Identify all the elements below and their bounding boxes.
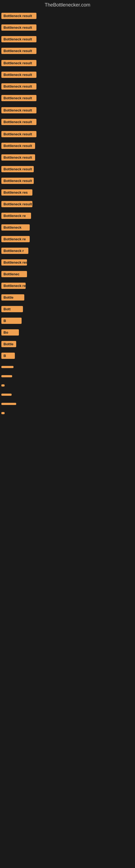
list-item: Bottleneck result: [1, 201, 135, 208]
list-item: Bottleneck result: [1, 72, 135, 79]
bottleneck-badge[interactable]: Bottleneck res: [1, 189, 32, 195]
list-item: Bottleneck result: [1, 178, 135, 185]
list-item: Bottleneck result: [1, 154, 135, 162]
list-item: [1, 401, 135, 406]
bottleneck-badge[interactable]: Bottleneck re: [1, 283, 26, 289]
list-item: Bottlenec: [1, 271, 135, 278]
bottleneck-badge[interactable]: B: [1, 352, 15, 359]
bottleneck-list: Bottleneck resultBottleneck resultBottle…: [0, 10, 135, 444]
site-title: TheBottlenecker.com: [0, 0, 135, 10]
bottleneck-badge[interactable]: Bottleneck re: [1, 213, 31, 219]
bottleneck-badge[interactable]: Bottleneck result: [1, 36, 37, 42]
bottleneck-badge[interactable]: [1, 375, 12, 377]
list-item: Bottleneck result: [1, 83, 135, 91]
list-item: Bottleneck result: [1, 131, 135, 138]
list-item: Bottleneck result: [1, 36, 135, 43]
bottleneck-badge[interactable]: [1, 412, 5, 414]
bottleneck-badge[interactable]: Bottleneck result: [1, 143, 35, 149]
list-item: [1, 373, 135, 378]
list-item: Bottleneck r: [1, 248, 135, 255]
list-item: Bottleneck result: [1, 48, 135, 55]
bottleneck-badge[interactable]: Bottleneck r: [1, 248, 28, 254]
bottleneck-badge[interactable]: B: [1, 318, 21, 324]
bottleneck-badge[interactable]: Bottleneck result: [1, 201, 32, 207]
list-item: Bo: [1, 329, 135, 337]
list-item: [1, 392, 135, 397]
bottleneck-badge[interactable]: Bott: [1, 306, 23, 312]
list-item: Bottleneck result: [1, 166, 135, 173]
bottleneck-badge[interactable]: Bottleneck: [1, 224, 30, 230]
site-title-text: TheBottlenecker.com: [45, 2, 90, 8]
bottleneck-badge[interactable]: Bottle: [1, 294, 24, 301]
list-item: Bottleneck result: [1, 24, 135, 32]
list-item: Bottleneck re: [1, 236, 135, 243]
bottleneck-badge[interactable]: [1, 384, 5, 386]
list-item: Bottleneck re: [1, 283, 135, 290]
bottleneck-badge[interactable]: Bottleneck resu: [1, 259, 27, 266]
bottleneck-badge[interactable]: Bottleneck result: [1, 131, 37, 137]
list-item: Bottleneck: [1, 224, 135, 231]
list-item: Bottleneck result: [1, 119, 135, 126]
bottleneck-badge[interactable]: Bottleneck result: [1, 154, 35, 161]
list-item: Bottleneck result: [1, 107, 135, 115]
bottleneck-badge[interactable]: Bottleneck re: [1, 236, 30, 242]
bottleneck-badge[interactable]: [1, 403, 16, 405]
bottleneck-badge[interactable]: [1, 394, 12, 396]
list-item: Bottle: [1, 294, 135, 302]
bottleneck-badge[interactable]: Bottleneck result: [1, 178, 34, 184]
bottleneck-badge[interactable]: Bottleneck result: [1, 60, 37, 66]
bottleneck-badge[interactable]: Bottleneck result: [1, 72, 37, 78]
bottleneck-badge[interactable]: Bottleneck result: [1, 24, 37, 31]
list-item: B: [1, 318, 135, 325]
bottleneck-badge[interactable]: Bottleneck result: [1, 13, 37, 19]
bottleneck-badge[interactable]: Bo: [1, 329, 19, 336]
list-item: [1, 410, 135, 415]
bottleneck-badge[interactable]: [1, 366, 13, 368]
list-item: Bottleneck re: [1, 213, 135, 220]
list-item: [1, 383, 135, 388]
list-item: Bottleneck result: [1, 95, 135, 102]
list-item: Bottleneck result: [1, 13, 135, 20]
list-item: B: [1, 352, 135, 360]
bottleneck-badge[interactable]: Bottleneck result: [1, 83, 37, 90]
bottleneck-badge[interactable]: Bottleneck result: [1, 119, 37, 125]
list-item: Bottleneck resu: [1, 259, 135, 267]
list-item: Bottleneck result: [1, 60, 135, 67]
bottleneck-badge[interactable]: Bottleneck result: [1, 95, 37, 101]
list-item: Bottle: [1, 341, 135, 348]
bottleneck-badge[interactable]: Bottleneck result: [1, 166, 34, 172]
bottleneck-badge[interactable]: Bottle: [1, 341, 16, 347]
bottleneck-badge[interactable]: Bottlenec: [1, 271, 27, 277]
list-item: Bott: [1, 306, 135, 313]
list-item: Bottleneck res: [1, 189, 135, 197]
bottleneck-badge[interactable]: Bottleneck result: [1, 107, 37, 113]
bottleneck-badge[interactable]: Bottleneck result: [1, 48, 37, 54]
list-item: [1, 364, 135, 369]
list-item: Bottleneck result: [1, 143, 135, 150]
